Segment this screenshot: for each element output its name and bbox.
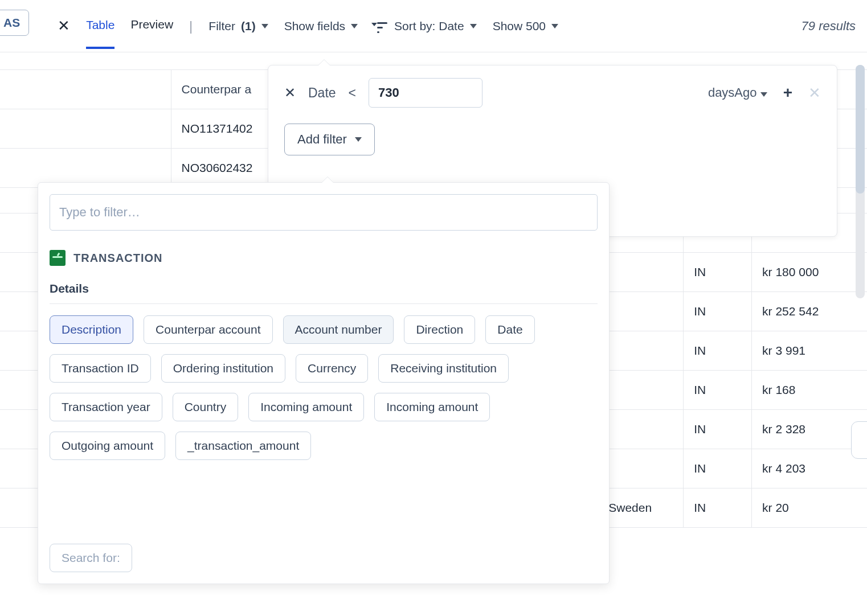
field-chip-list: DescriptionCounterpar accountAccount num…	[50, 315, 598, 460]
show-fields-menu[interactable]: Show fields	[284, 19, 358, 33]
field-chip[interactable]: Transaction year	[50, 393, 162, 421]
add-clause-icon[interactable]: +	[783, 84, 792, 102]
field-chip[interactable]: Account number	[283, 315, 394, 344]
table-cell: kr 20	[752, 488, 867, 528]
table-cell	[598, 371, 684, 410]
tab-preview[interactable]: Preview	[130, 18, 173, 35]
filter-unit-menu[interactable]: daysAgo	[708, 85, 767, 100]
field-chip[interactable]: Receiving institution	[378, 354, 509, 383]
sort-menu[interactable]: Sort by: Date	[374, 19, 477, 33]
sort-by-label: Sort by: Date	[394, 19, 464, 33]
scrollbar-thumb[interactable]	[856, 65, 865, 194]
show-fields-label: Show fields	[284, 19, 345, 33]
table-cell: IN	[684, 371, 752, 410]
field-section-header: TRANSACTION	[50, 250, 598, 266]
table-cell: kr 3 991	[752, 331, 867, 371]
chevron-down-icon	[351, 24, 358, 28]
table-cell	[598, 253, 684, 292]
table-cell: IN	[684, 488, 752, 528]
chevron-down-icon	[551, 24, 558, 28]
filter-unit-label: daysAgo	[708, 85, 757, 100]
show-count-label: Show 500	[493, 19, 546, 33]
vertical-scrollbar[interactable]	[856, 65, 865, 298]
table-cell	[598, 449, 684, 488]
table-cell: IN	[684, 331, 752, 371]
clear-clause-icon[interactable]: ✕	[808, 84, 821, 102]
table-cell: IN	[684, 410, 752, 449]
search-for-button[interactable]: Search for:	[50, 544, 132, 572]
add-filter-button[interactable]: Add filter	[284, 124, 375, 155]
entity-chip[interactable]: AS	[0, 10, 29, 36]
table-cell	[598, 331, 684, 371]
field-chip[interactable]: Incoming amount	[248, 393, 364, 421]
field-chip[interactable]: Country	[173, 393, 239, 421]
field-chip[interactable]: Outgoing amount	[50, 432, 165, 460]
field-chip[interactable]: Currency	[296, 354, 368, 383]
table-cell: IN	[684, 292, 752, 331]
column-header[interactable]	[0, 70, 171, 109]
filter-label: Filter	[208, 19, 235, 33]
side-drawer-handle[interactable]	[851, 421, 867, 459]
field-chip[interactable]: Description	[50, 315, 133, 344]
field-chip[interactable]: Date	[485, 315, 534, 344]
table-cell: IN	[684, 253, 752, 292]
remove-filter-icon[interactable]: ✕	[284, 85, 296, 101]
field-chooser-popover: TRANSACTION Details DescriptionCounterpa…	[38, 182, 610, 584]
filter-field-label[interactable]: Date	[308, 85, 336, 101]
chevron-down-icon	[355, 137, 362, 142]
field-search-input[interactable]	[50, 194, 598, 231]
filter-menu[interactable]: Filter (1)	[208, 19, 268, 33]
results-count: 79 results	[801, 19, 856, 34]
sort-icon	[374, 20, 388, 32]
field-chip[interactable]: Ordering institution	[161, 354, 285, 383]
toolbar: AS ✕ Table Preview | Filter (1) Show fie…	[0, 0, 867, 52]
filter-count: (1)	[241, 19, 256, 33]
chevron-down-icon	[470, 24, 477, 28]
table-cell	[598, 292, 684, 331]
chevron-down-icon	[261, 24, 268, 28]
table-cell	[0, 109, 171, 149]
field-chip[interactable]: _transaction_amount	[175, 432, 311, 460]
table-cell: kr 168	[752, 371, 867, 410]
field-chip[interactable]: Counterpar account	[144, 315, 272, 344]
table-cell: kr 252 542	[752, 292, 867, 331]
filter-operator[interactable]: <	[349, 85, 356, 101]
close-icon[interactable]: ✕	[58, 17, 70, 35]
table-cell	[598, 410, 684, 449]
show-count-menu[interactable]: Show 500	[493, 19, 558, 33]
table-cell: Sweden	[598, 488, 684, 528]
transaction-icon	[50, 250, 66, 266]
table-cell: IN	[684, 449, 752, 488]
field-subhead: Details	[50, 282, 598, 304]
table-cell: kr 180 000	[752, 253, 867, 292]
field-chip[interactable]: Incoming amount	[374, 393, 490, 421]
filter-clause-row: ✕ Date < daysAgo + ✕	[284, 78, 821, 108]
field-section-title: TRANSACTION	[73, 252, 163, 265]
field-chip[interactable]: Direction	[404, 315, 475, 344]
filter-value-input[interactable]	[369, 78, 482, 108]
add-filter-label: Add filter	[297, 132, 347, 147]
table-cell: kr 4 203	[752, 449, 867, 488]
table-cell: kr 2 328	[752, 410, 867, 449]
chevron-down-icon	[760, 92, 767, 97]
field-chip[interactable]: Transaction ID	[50, 354, 151, 383]
toolbar-separator: |	[189, 18, 193, 34]
tab-table[interactable]: Table	[86, 18, 114, 49]
